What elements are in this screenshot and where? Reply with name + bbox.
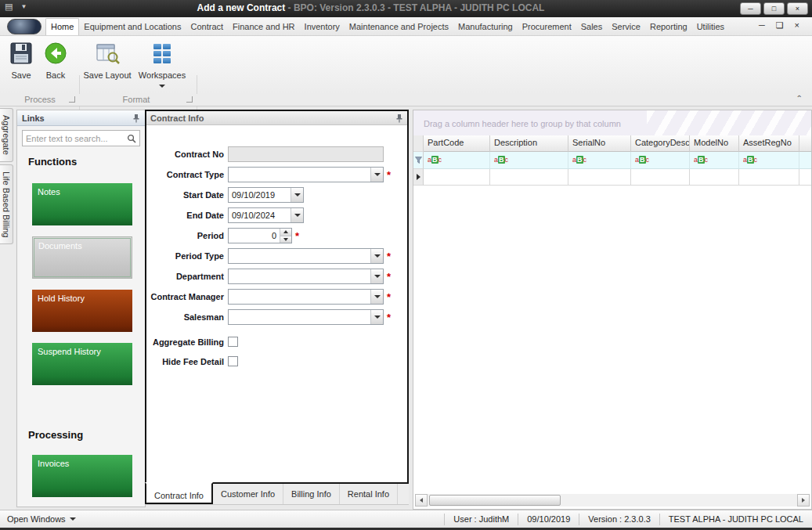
contract-type-dropdown-icon[interactable] [370, 168, 383, 182]
salesman-label: Salesman [146, 312, 228, 322]
aggregate-billing-checkbox[interactable] [228, 337, 238, 347]
period-spin-up-icon[interactable] [280, 229, 291, 236]
start-date-dropdown-icon[interactable] [291, 188, 303, 202]
cell-categorydesc[interactable] [631, 169, 690, 186]
dock-tab-strip: Aggregate Life Based Billing [0, 106, 16, 510]
contract-info-panel: Contract Info Contract No Contract Type … [145, 110, 409, 484]
ribbon-tab-inventory[interactable]: Inventory [300, 19, 345, 35]
filter-cell-categorydesc[interactable]: aBc [631, 152, 690, 169]
application-menu-button[interactable] [7, 19, 42, 34]
links-search-input[interactable] [26, 134, 127, 143]
dock-tab-aggregate[interactable]: Aggregate [0, 108, 13, 162]
tab-billing-info[interactable]: Billing Info [283, 484, 340, 504]
scroll-right-icon[interactable] [797, 494, 810, 507]
tab-contract-info[interactable]: Contract Info [145, 482, 213, 504]
filter-cell-assetregno[interactable]: aBc [739, 152, 799, 169]
tab-rental-info[interactable]: Rental Info [340, 484, 398, 504]
contract-pin-icon[interactable] [395, 114, 403, 123]
ribbon-collapse-chevron-icon[interactable]: ⌃ [796, 94, 803, 103]
period-type-dropdown-icon[interactable] [370, 249, 383, 263]
contract-manager-dropdown-icon[interactable] [370, 290, 383, 304]
scrollbar-thumb[interactable] [429, 495, 561, 506]
suspend-history-button[interactable]: Suspend History [32, 343, 132, 385]
grid-group-by-panel[interactable]: Drag a column header here to group by th… [413, 110, 811, 135]
period-row: Period 0 * [146, 225, 407, 246]
cell-partcode[interactable] [424, 169, 490, 186]
required-marker: * [387, 251, 391, 262]
filter-cell-description[interactable]: aBc [490, 152, 568, 169]
filter-cell-partcode[interactable]: aBc [424, 152, 490, 169]
start-date-picker[interactable]: 09/10/2019 [228, 187, 304, 203]
dock-tab-life-based-billing[interactable]: Life Based Billing [0, 164, 13, 244]
ribbon-tab-utilities[interactable]: Utilities [692, 19, 729, 35]
group-panel-stripes [647, 110, 811, 135]
period-type-combo[interactable] [228, 248, 384, 264]
ribbon-tab-maintenance-and-projects[interactable]: Maintenance and Projects [345, 19, 453, 35]
minimize-button[interactable]: ─ [740, 2, 761, 15]
filter-cell-modelno[interactable]: aBc [690, 152, 739, 169]
ribbon-tab-procurement[interactable]: Procurement [518, 19, 576, 35]
documents-button[interactable]: Documents [32, 236, 132, 279]
notes-button[interactable]: Notes [32, 183, 132, 225]
contract-form: Contract No Contract Type * Start Date 0… [146, 125, 407, 371]
contract-type-combo[interactable] [228, 167, 384, 182]
ribbon-tab-contract[interactable]: Contract [186, 19, 229, 35]
close-button[interactable]: × [787, 2, 808, 15]
end-date-picker[interactable]: 09/10/2024 [228, 207, 304, 223]
cell-modelno[interactable] [690, 169, 739, 186]
mdi-restore-icon[interactable]: ❏ [776, 20, 784, 31]
ribbon-tab-service[interactable]: Service [607, 19, 645, 35]
cell-serialno[interactable] [568, 169, 631, 186]
cell-description[interactable] [490, 169, 568, 186]
column-header-description[interactable]: Description [490, 135, 568, 152]
open-windows-dropdown-icon [70, 517, 76, 521]
contract-info-header: Contract Info [146, 111, 407, 125]
hide-fee-detail-checkbox[interactable] [228, 356, 238, 366]
filter-cell-serialno[interactable]: aBc [568, 152, 631, 169]
workspaces-button[interactable]: Workspaces [136, 39, 188, 89]
department-dropdown-icon[interactable] [370, 269, 383, 283]
search-icon[interactable] [127, 134, 136, 143]
contract-no-field [228, 146, 384, 162]
mdi-close-icon[interactable]: × [795, 20, 799, 31]
salesman-dropdown-icon[interactable] [370, 310, 383, 324]
ribbon-tab-reporting[interactable]: Reporting [645, 19, 692, 35]
hold-history-button[interactable]: Hold History [32, 290, 132, 332]
column-header-assetregno[interactable]: AssetRegNo [739, 135, 799, 152]
department-combo[interactable] [228, 269, 384, 284]
scroll-left-icon[interactable] [415, 494, 428, 507]
save-layout-button[interactable]: Save Layout [83, 39, 132, 80]
column-header-modelno[interactable]: ModelNo [690, 135, 739, 152]
mdi-minimize-icon[interactable]: ─ [759, 20, 765, 31]
grid-data-row[interactable] [413, 169, 811, 186]
contract-manager-combo[interactable] [228, 289, 384, 305]
process-dialog-launcher-icon[interactable] [69, 96, 75, 103]
invoices-button[interactable]: Invoices [32, 455, 132, 497]
department-value [229, 269, 370, 283]
column-header-serialno[interactable]: SerialNo [568, 135, 631, 152]
ribbon-tab-manufacturing[interactable]: Manufacturing [453, 19, 518, 35]
salesman-combo[interactable] [228, 309, 384, 325]
ribbon-tab-home[interactable]: Home [45, 18, 79, 35]
open-windows-button[interactable]: Open Windows [0, 514, 83, 524]
column-header-categorydesc[interactable]: CategoryDesc [631, 135, 690, 152]
maximize-button[interactable]: □ [763, 2, 785, 15]
column-header-partcode[interactable]: PartCode [424, 135, 490, 152]
format-dialog-launcher-icon[interactable] [186, 96, 193, 103]
save-button[interactable]: Save [5, 39, 38, 80]
period-stepper[interactable]: 0 [228, 228, 292, 243]
period-spin-down-icon[interactable] [280, 236, 291, 243]
status-user: User : JudithM [444, 514, 518, 525]
end-date-dropdown-icon[interactable] [291, 208, 303, 222]
start-date-value: 09/10/2019 [229, 188, 291, 202]
ribbon-tab-equipment-and-locations[interactable]: Equipment and Locations [79, 19, 186, 35]
cell-assetregno[interactable] [739, 169, 799, 186]
ribbon-tab-finance-and-hr[interactable]: Finance and HR [228, 19, 300, 35]
tab-customer-info[interactable]: Customer Info [213, 484, 283, 504]
department-label: Department [146, 272, 228, 281]
back-button[interactable]: Back [39, 39, 72, 80]
ribbon-tab-sales[interactable]: Sales [576, 19, 608, 35]
aggregate-billing-row: Aggregate Billing [146, 332, 407, 352]
pin-icon[interactable] [132, 114, 140, 123]
links-panel-header: Links [17, 110, 145, 126]
